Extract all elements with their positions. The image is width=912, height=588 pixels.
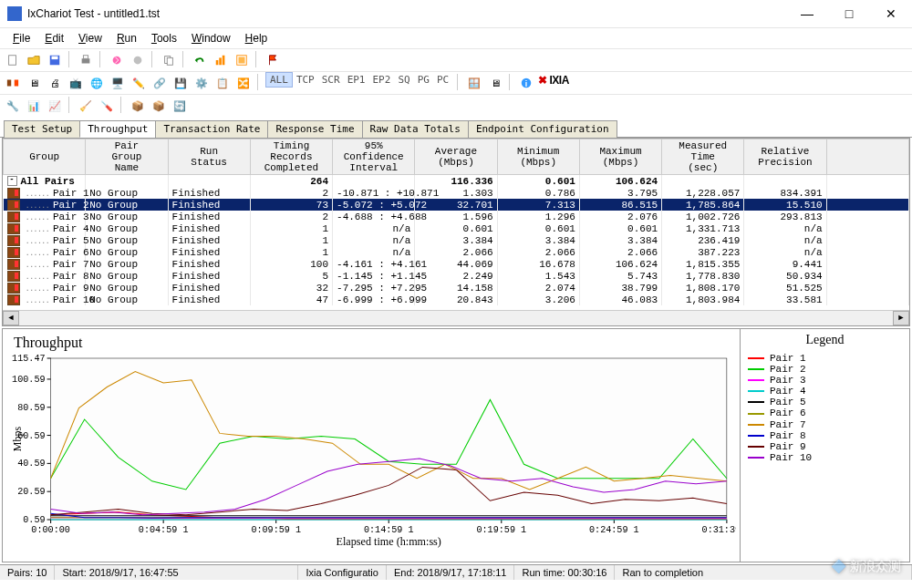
menu-edit[interactable]: Edit: [39, 30, 69, 46]
scroll-left-button[interactable]: ◄: [3, 311, 19, 325]
legend-item[interactable]: Pair 3: [748, 375, 902, 386]
legend-item[interactable]: Pair 6: [748, 407, 902, 418]
tab-test-setup[interactable]: Test Setup: [4, 120, 80, 138]
new-icon[interactable]: [4, 51, 22, 69]
filter-tcp[interactable]: TCP: [293, 73, 318, 87]
table-row[interactable]: ......Pair 3No GroupFinished2-4.688 : +4…: [4, 211, 909, 222]
menu-file[interactable]: File: [7, 30, 36, 46]
print-icon[interactable]: [77, 51, 95, 69]
t3-8-icon[interactable]: 🔄: [171, 97, 189, 115]
table-row[interactable]: ......Pair 1No GroupFinished2-10.871 : +…: [4, 187, 909, 199]
t3-2-icon[interactable]: 📊: [25, 97, 43, 115]
legend-item[interactable]: Pair 5: [748, 397, 902, 407]
filter-pg[interactable]: PG: [414, 73, 433, 87]
edit-icon[interactable]: ✏️: [130, 74, 148, 92]
list-icon[interactable]: 📋: [213, 74, 232, 92]
filter-scr[interactable]: SCR: [318, 73, 344, 87]
legend-item[interactable]: Pair 7: [748, 419, 902, 430]
undo-icon[interactable]: [191, 51, 209, 69]
title-bar: IxChariot Test - untitled1.tst ― □ ✕: [0, 0, 912, 28]
tab-endpoint-configuration[interactable]: Endpoint Configuration: [468, 120, 617, 138]
filter-ep2[interactable]: EP2: [369, 73, 395, 87]
svg-text:115.47: 115.47: [12, 354, 45, 364]
stop-icon[interactable]: [129, 51, 147, 69]
table-row[interactable]: ......Pair 2No GroupFinished73-5.072 : +…: [4, 199, 909, 211]
close-button[interactable]: ✕: [870, 0, 912, 27]
minimize-button[interactable]: ―: [786, 0, 828, 27]
column-header[interactable]: RelativePrecision: [744, 139, 826, 175]
table-row[interactable]: ......Pair 5No GroupFinished1n/a3.3843.3…: [4, 234, 909, 246]
pc-icon[interactable]: 🖥: [486, 74, 504, 92]
run-icon[interactable]: [108, 51, 126, 69]
menu-window[interactable]: Window: [186, 30, 236, 46]
save-icon[interactable]: [46, 51, 64, 69]
maximize-button[interactable]: □: [828, 0, 870, 27]
disk-icon[interactable]: 💾: [171, 74, 190, 92]
legend-item[interactable]: Pair 8: [748, 430, 902, 441]
table-row[interactable]: ......Pair 4No GroupFinished1n/a0.6010.6…: [4, 222, 909, 234]
t3-5-icon[interactable]: 🪛: [98, 97, 116, 115]
svg-rect-8: [167, 57, 172, 65]
tab-transaction-rate[interactable]: Transaction Rate: [155, 120, 268, 138]
t3-6-icon[interactable]: 📦: [129, 97, 147, 115]
summary-row[interactable]: -All Pairs264116.3360.601106.624: [4, 175, 909, 188]
svg-text:0:09:59 1: 0:09:59 1: [251, 525, 301, 535]
legend-item[interactable]: Pair 2: [748, 364, 902, 375]
filter-sq[interactable]: SQ: [394, 73, 413, 87]
export-icon[interactable]: [233, 51, 251, 69]
tab-response-time[interactable]: Response Time: [267, 120, 362, 138]
svg-text:80.59: 80.59: [17, 403, 45, 413]
status-end: End: 2018/9/17, 17:18:11: [387, 565, 515, 580]
tab-raw-data-totals[interactable]: Raw Data Totals: [362, 120, 469, 138]
filter-ep1[interactable]: EP1: [344, 73, 369, 87]
copy-icon[interactable]: [160, 51, 178, 69]
t3-7-icon[interactable]: 📦: [150, 97, 168, 115]
pair3-icon[interactable]: 🖨: [46, 74, 64, 92]
legend-item[interactable]: Pair 1: [748, 353, 902, 364]
legend-item[interactable]: Pair 9: [748, 441, 902, 452]
gear-icon[interactable]: ⚙️: [192, 74, 211, 92]
net3-icon[interactable]: 🖥️: [109, 74, 127, 92]
net4-icon[interactable]: 🔗: [150, 74, 169, 92]
swap-icon[interactable]: 🔀: [234, 74, 253, 92]
window-icon[interactable]: 🪟: [465, 74, 483, 92]
filter-all[interactable]: ALL: [265, 72, 293, 88]
info-icon[interactable]: i: [517, 74, 535, 92]
t3-3-icon[interactable]: 📈: [46, 97, 64, 115]
legend-item[interactable]: Pair 4: [748, 386, 902, 397]
table-row[interactable]: ......Pair 6No GroupFinished1n/a2.0662.0…: [4, 246, 909, 258]
open-icon[interactable]: [25, 51, 43, 69]
table-row[interactable]: ......Pair 8No GroupFinished5-1.145 : +1…: [4, 270, 909, 282]
menu-tools[interactable]: Tools: [146, 30, 182, 46]
pair2-icon[interactable]: 🖥: [25, 74, 43, 92]
app-icon: [7, 6, 22, 21]
net1-icon[interactable]: 📺: [67, 74, 85, 92]
menu-run[interactable]: Run: [111, 30, 142, 46]
column-header[interactable]: Group: [4, 139, 86, 175]
filter-pc[interactable]: PC: [433, 73, 452, 87]
table-row[interactable]: ......Pair 10No GroupFinished47-6.999 : …: [4, 294, 909, 305]
t3-4-icon[interactable]: 🧹: [77, 97, 95, 115]
column-header[interactable]: 95%ConfidenceInterval: [333, 139, 415, 175]
svg-point-6: [134, 57, 142, 65]
column-header[interactable]: Maximum(Mbps): [579, 139, 661, 175]
legend-item[interactable]: Pair 10: [748, 452, 902, 463]
column-header[interactable]: PairGroupName: [86, 139, 168, 175]
scroll-right-button[interactable]: ►: [893, 311, 909, 325]
flag-icon[interactable]: [264, 51, 282, 69]
pair-icon[interactable]: [4, 74, 22, 92]
horizontal-scrollbar[interactable]: ◄ ►: [3, 310, 909, 325]
table-row[interactable]: ......Pair 7No GroupFinished100-4.161 : …: [4, 258, 909, 270]
tab-throughput[interactable]: Throughput: [79, 120, 156, 138]
chart-icon[interactable]: [212, 51, 230, 69]
column-header[interactable]: MeasuredTime(sec): [662, 139, 744, 175]
t3-1-icon[interactable]: 🔧: [4, 97, 22, 115]
column-header[interactable]: Minimum(Mbps): [497, 139, 579, 175]
net2-icon[interactable]: 🌐: [88, 74, 106, 92]
column-header[interactable]: Average(Mbps): [415, 139, 497, 175]
menu-help[interactable]: Help: [240, 30, 274, 46]
table-row[interactable]: ......Pair 9No GroupFinished32-7.295 : +…: [4, 282, 909, 294]
menu-view[interactable]: View: [73, 30, 108, 46]
column-header[interactable]: RunStatus: [168, 139, 250, 175]
column-header[interactable]: TimingRecordsCompleted: [250, 139, 332, 175]
